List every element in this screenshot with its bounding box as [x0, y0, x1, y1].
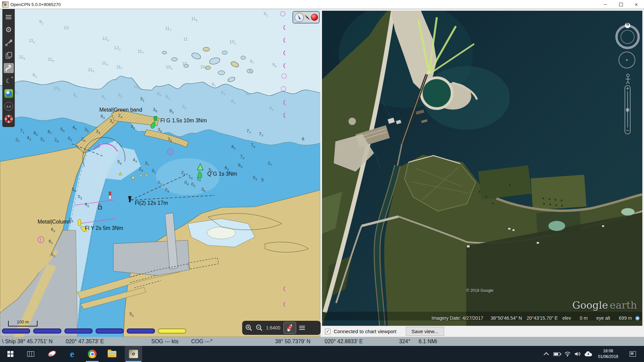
battery-icon [553, 352, 560, 356]
create-route-button[interactable] [4, 36, 14, 49]
chart-bar-pill[interactable] [158, 328, 186, 334]
imagery-date: Imagery Date: 4/27/2017 [432, 315, 483, 321]
magnetic-variation-button[interactable]: 4.4 [4, 100, 14, 113]
file-explorer-button[interactable] [104, 346, 120, 362]
chart-scale-bar: 100 m [8, 321, 38, 326]
window-titlebar[interactable]: o OpenCPN 5.0.0+9065270 ✕ [0, 0, 644, 9]
satellite-view[interactable]: N © 2018 Google Googleearth Imagery Date… [322, 11, 642, 326]
menu-icon [6, 14, 11, 20]
chart-bar[interactable] [2, 328, 186, 334]
opencpn-icon: o [129, 350, 138, 358]
track-icon [5, 64, 13, 72]
mob-icon [4, 115, 13, 123]
mob-button[interactable] [4, 113, 14, 125]
eye-alt-value: 699 m [619, 315, 632, 321]
svg-text:!: ! [40, 238, 41, 242]
close-icon: ✕ [635, 3, 638, 7]
chart-bar-pill[interactable] [96, 328, 124, 334]
opencpn-taskbar-button[interactable]: o [125, 346, 142, 362]
elev-label: elev [562, 315, 571, 321]
chart-zoom-bar[interactable]: 1:6400 [242, 321, 321, 335]
google-earth-panel: N © 2018 Google Googleearth Imagery Date… [320, 9, 644, 337]
ship-position: \ Ship 38° 45.7751' N [2, 337, 53, 346]
chart-bar-pill[interactable] [127, 328, 155, 334]
google-copyright: © 2018 Google [466, 288, 493, 293]
gps-no-fix-icon [311, 14, 318, 21]
check-icon: ✓ [326, 329, 330, 334]
elev-value: 0 m [580, 315, 587, 321]
cursor-bearing: 324° [399, 337, 410, 346]
depth-sounding: 5 [261, 177, 264, 182]
chart-toolbar[interactable]: ⚙ ☾✦ 4.4 [2, 9, 15, 127]
depth-sounding: 13 [64, 25, 68, 30]
chart-menu-icon[interactable] [299, 325, 305, 331]
cursor-distance: 6.1 NMi [419, 337, 437, 346]
boat-follow-icon [284, 322, 296, 334]
track-button[interactable] [4, 63, 14, 73]
chart-outlines-icon [5, 51, 13, 59]
chart-scale-value: 1:6400 [266, 325, 280, 330]
task-view-button[interactable] [22, 346, 39, 362]
snipping-tool-button[interactable]: ✂ [43, 346, 59, 362]
edge-icon: e [70, 349, 74, 359]
edge-button[interactable]: e [64, 346, 80, 362]
maximize-button[interactable] [613, 0, 629, 9]
volume-icon [574, 351, 581, 357]
file-explorer-icon [108, 351, 116, 357]
chart-bar-pill[interactable] [64, 328, 93, 334]
chrome-button[interactable] [84, 346, 100, 362]
follow-ship-button[interactable] [283, 322, 296, 334]
google-earth-icon [4, 89, 13, 98]
chart-outlines-button[interactable] [4, 49, 14, 62]
ge-latitude: 38°50'46.54" N [491, 315, 522, 321]
chart-bar-pill[interactable] [2, 328, 30, 334]
connected-checkbox-label[interactable]: Connected to chart viewport [334, 328, 396, 334]
task-view-icon [27, 351, 34, 357]
action-center-button[interactable] [625, 346, 641, 362]
taskbar-clock[interactable]: 16:08 01/06/2019 [593, 346, 623, 362]
ge-status-bar: Imagery Date: 4/27/2017 38°50'46.54" N 2… [322, 315, 640, 321]
minimize-icon [604, 4, 607, 5]
quay [113, 240, 190, 276]
light-label: Metal|Column [38, 219, 70, 225]
night-mode-icon: ☾✦ [6, 77, 11, 85]
satellite-icon [305, 15, 310, 20]
close-button[interactable]: ✕ [629, 0, 644, 9]
light-label: Q G 1s 3Nm [207, 171, 237, 177]
status-bar: \ Ship 38° 45.7751' N 020° 47.3573' E SO… [0, 337, 644, 346]
ge-longitude: 20°43'15.70" E [527, 315, 558, 321]
magnetic-variation-icon: 4.4 [4, 102, 13, 111]
connected-checkbox[interactable]: ✓ [325, 329, 330, 334]
save-view-button[interactable]: Save view... [406, 327, 444, 336]
window-title: OpenCPN 5.0.0+9065270 [10, 0, 61, 9]
onedrive-cloud-icon [584, 351, 593, 357]
settings-button[interactable]: ⚙ [4, 23, 14, 36]
depth-sounding: 11 [183, 37, 188, 42]
opencpn-app-icon: o [2, 1, 9, 8]
night-mode-button[interactable]: ☾✦ [4, 74, 14, 87]
light-label: Fl G 1.5s 10m 3Nm [160, 118, 207, 123]
cursor-longitude: 020° 42.8833' E [325, 337, 363, 346]
ship-longitude: 020° 47.3573' E [66, 337, 104, 346]
compass-gps-widget[interactable] [292, 11, 320, 23]
chart-bar-pill[interactable] [33, 328, 61, 334]
action-center-icon [630, 351, 636, 357]
cursor-latitude: 38° 50.7379' N [275, 337, 311, 346]
ge-north-label: N [625, 22, 630, 26]
nautical-chart[interactable]: ! ! 921312411511711101112119118118117119… [0, 9, 320, 337]
start-icon [7, 351, 13, 357]
clock-date: 01/06/2019 [593, 354, 623, 360]
menu-button[interactable] [4, 11, 14, 23]
google-earth-plugin-button[interactable] [4, 87, 14, 100]
chart-canvas[interactable]: ! ! 921312411511711101112119118118117119… [0, 9, 320, 337]
tray-chevron-icon [543, 352, 549, 357]
zoom-in-icon[interactable] [245, 324, 253, 331]
sog-value: SOG --- kts [151, 337, 178, 346]
eye-alt-label: eye alt [596, 315, 610, 321]
zoom-out-icon[interactable] [256, 324, 263, 331]
light-label: Fl Y 2s 5m 3Nm [85, 225, 123, 231]
minimize-button[interactable] [598, 0, 613, 9]
create-route-icon [5, 39, 13, 47]
start-button[interactable] [2, 346, 18, 362]
settings-gear-icon: ⚙ [5, 26, 12, 34]
